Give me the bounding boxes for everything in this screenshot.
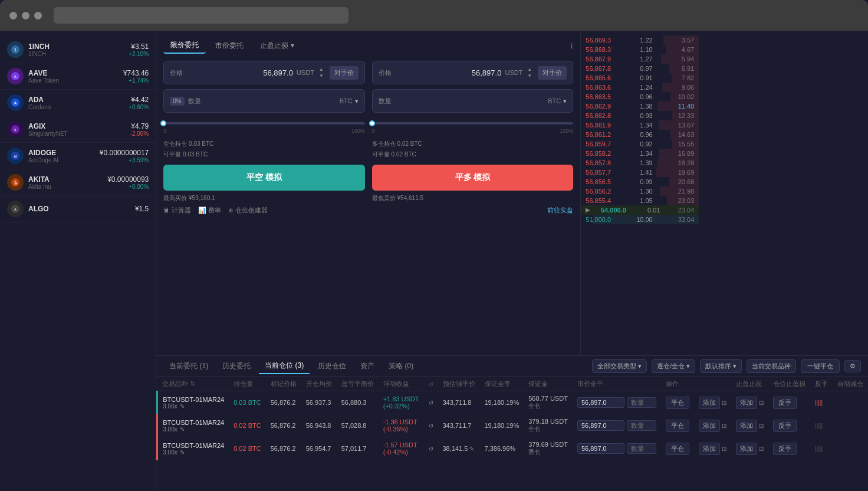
close-long-button[interactable]: 平多 模拟: [372, 165, 574, 191]
pos-flat-btn-2[interactable]: 平仓: [661, 437, 694, 460]
sidebar-item-agix[interactable]: S AGIX SingularityNET ¥4.79 -2.06%: [0, 116, 156, 143]
positions-scroll-area[interactable]: 交易品种 ⇅ 持仓量 标记价格 开仓均价 盈亏平衡价 浮动收益 ↺ 预估强平价 …: [156, 377, 868, 460]
pos-add-stop-btn-1[interactable]: 添加: [699, 420, 720, 432]
ob-row-7[interactable]: 56,862.9 1.38 11.40: [581, 102, 699, 111]
pos-flat-btn-1[interactable]: 平仓: [661, 414, 694, 437]
ob-row-4[interactable]: 56,865.6 0.91 7.82: [581, 73, 699, 83]
th-pnl-refresh[interactable]: ↺: [424, 377, 438, 391]
pos-add-stop-icon-2[interactable]: ⊡: [722, 446, 726, 452]
pos-reverse-btn-2[interactable]: 反手: [773, 443, 797, 455]
ob-row-9[interactable]: 56,861.9 1.34 13.67: [581, 120, 699, 130]
ob-row-16[interactable]: 56,856.2 1.30 21.98: [581, 186, 699, 196]
short-price-value[interactable]: 56,897.0: [183, 68, 293, 77]
ob-row-1[interactable]: 56,868.3 1.10 4.67: [581, 45, 699, 54]
ob-row-15[interactable]: 56,856.5 0.99 20.68: [581, 177, 699, 186]
pos-flat-qty-0[interactable]: [627, 397, 656, 408]
address-bar[interactable]: [54, 7, 348, 24]
pos-pnl-edit-0[interactable]: ↺: [424, 391, 438, 414]
pos-pos-stop-btn-2[interactable]: 添加: [736, 443, 757, 455]
long-qty-dropdown[interactable]: ▾: [563, 97, 567, 105]
short-market-btn[interactable]: 对手价: [330, 66, 359, 80]
pos-edit-icon-1[interactable]: ✎: [180, 426, 185, 433]
pos-flat-qty-1[interactable]: [627, 420, 656, 431]
pos-pos-stop-icon-1[interactable]: ⊡: [759, 423, 764, 429]
pair-filter[interactable]: 当前交易品种: [747, 359, 796, 373]
tab-history-orders[interactable]: 历史委托: [216, 359, 257, 374]
short-price-up[interactable]: ▲: [318, 67, 325, 73]
tab-stop-order[interactable]: 止盈止损 ▾: [253, 38, 301, 53]
pos-reverse-btn-0[interactable]: 反手: [773, 397, 797, 409]
pos-reverse-1[interactable]: 反手: [768, 414, 810, 437]
tab-current-orders[interactable]: 当前委托 (1): [163, 359, 214, 374]
close-short-button[interactable]: 平空 模拟: [163, 165, 365, 191]
pos-edit-icon-0[interactable]: ✎: [180, 403, 185, 410]
tab-assets[interactable]: 资产: [354, 359, 380, 374]
long-slider-track[interactable]: [372, 122, 574, 125]
ob-row-13[interactable]: 56,857.8 1.39 18.28: [581, 158, 699, 168]
sidebar-item-akita[interactable]: 🐕 AKITA Akita Inu ¥0.00000093 +0.00%: [0, 169, 156, 196]
tab-strategies[interactable]: 策略 (0): [383, 359, 419, 374]
sort-filter[interactable]: 默认排序 ▾: [700, 359, 742, 373]
long-price-up[interactable]: ▲: [526, 67, 533, 73]
long-market-btn[interactable]: 对手价: [538, 66, 567, 80]
long-price-value[interactable]: 56,897.0: [392, 68, 502, 77]
pos-pnl-edit-1[interactable]: ↺: [424, 414, 438, 437]
ob-row-8[interactable]: 56,862.8 0.93 12.33: [581, 111, 699, 120]
sidebar-item-aidoge[interactable]: AI AIDOGE ArbDoge AI ¥0.0000000017 +3.59…: [0, 143, 156, 169]
pos-reverse-0[interactable]: 反手: [768, 391, 810, 414]
pos-flat-qty-2[interactable]: [627, 443, 656, 454]
tab-market-order[interactable]: 市价委托: [208, 38, 251, 53]
pnl-edit-icon-1[interactable]: ↺: [429, 423, 433, 429]
tab-limit-order[interactable]: 限价委托: [163, 38, 206, 54]
pos-flat-action-0[interactable]: 平仓: [666, 397, 689, 409]
pos-liq-edit-icon-2[interactable]: ✎: [469, 446, 474, 452]
ob-row-mid[interactable]: ▶ 54,000.0 0.01 23.04: [581, 205, 699, 215]
pos-flat-price-2[interactable]: [577, 443, 624, 454]
trade-type-filter[interactable]: 全部交易类型 ▾: [592, 359, 647, 373]
ob-row-14[interactable]: 56,857.7 1.41 19.69: [581, 168, 699, 177]
sidebar-item-aave[interactable]: A AAVE Aave Token ¥743.46 +1.74%: [0, 63, 156, 90]
pos-flat-action-1[interactable]: 平仓: [666, 420, 689, 432]
pnl-edit-icon-0[interactable]: ↺: [429, 400, 433, 406]
short-price-down[interactable]: ▼: [318, 73, 325, 79]
pos-flat-price-0[interactable]: [577, 397, 624, 408]
sidebar-item-1inch[interactable]: 1 1INCH 1INCH ¥3.51 +2.10%: [0, 37, 156, 63]
ob-row-2[interactable]: 56,867.9 1.27 5.94: [581, 54, 699, 64]
ob-row-11[interactable]: 56,859.7 0.92 15.55: [581, 139, 699, 149]
pos-pnl-edit-2[interactable]: ↺: [424, 437, 438, 460]
sidebar-item-ada[interactable]: ₳ ADA Cardano ¥4.42 +0.60%: [0, 90, 156, 116]
pos-flat-btn-0[interactable]: 平仓: [661, 391, 694, 414]
ob-row-3[interactable]: 56,867.8 0.97 6.91: [581, 64, 699, 73]
long-price-down[interactable]: ▼: [526, 73, 533, 79]
ob-row-6[interactable]: 56,863.5 0.96 10.02: [581, 92, 699, 102]
ob-row-12[interactable]: 56,858.2 1.34 16.89: [581, 149, 699, 158]
pos-flat-price-1[interactable]: [577, 420, 624, 431]
pos-add-stop-icon-0[interactable]: ⊡: [722, 400, 726, 406]
pos-reverse-2[interactable]: 反手: [768, 437, 810, 460]
sidebar-item-algo[interactable]: A ALGO ¥1.5: [0, 196, 156, 222]
flat-all-button[interactable]: 一键平仓: [801, 359, 840, 373]
pnl-edit-icon-2[interactable]: ↺: [429, 446, 433, 452]
short-slider-track[interactable]: [163, 122, 365, 125]
pos-pos-stop-btn-1[interactable]: 添加: [736, 420, 757, 432]
ob-row-17[interactable]: 56,855.4 1.05 23.03: [581, 196, 699, 205]
long-slider-thumb[interactable]: [369, 120, 375, 126]
short-qty-dropdown[interactable]: ▾: [355, 97, 359, 105]
short-slider-thumb[interactable]: [160, 120, 166, 126]
pos-pos-stop-icon-0[interactable]: ⊡: [759, 400, 764, 406]
pos-add-stop-btn-2[interactable]: 添加: [699, 443, 720, 455]
settings-button[interactable]: ⚙: [844, 360, 861, 372]
info-icon[interactable]: ℹ: [570, 42, 573, 50]
pos-pos-stop-btn-0[interactable]: 添加: [736, 397, 757, 409]
calculator-link[interactable]: 🖩 计算器: [163, 206, 191, 215]
th-symbol[interactable]: 交易品种 ⇅: [157, 377, 229, 391]
pos-pos-stop-icon-2[interactable]: ⊡: [759, 446, 764, 452]
pos-add-stop-icon-1[interactable]: ⊡: [722, 423, 726, 429]
goto-live-link[interactable]: 前往实盘: [547, 206, 573, 215]
ob-row-10[interactable]: 56,861.2 0.96 14.63: [581, 130, 699, 139]
tab-current-positions[interactable]: 当前仓位 (3): [259, 358, 310, 374]
fee-rate-link[interactable]: 📊 费率: [198, 206, 221, 215]
ob-row-5[interactable]: 56,863.6 1.24 9.06: [581, 83, 699, 92]
pos-reverse-btn-1[interactable]: 反手: [773, 420, 797, 432]
ob-row-bid[interactable]: 51,000.0 10.00 33.04: [581, 215, 699, 224]
